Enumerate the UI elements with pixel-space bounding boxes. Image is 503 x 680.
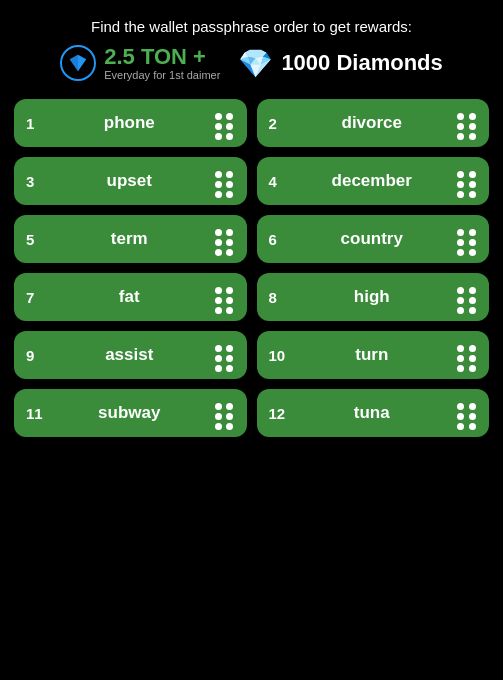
instruction-text: Find the wallet passphrase order to get … — [91, 18, 412, 35]
drag-icon — [457, 229, 477, 249]
card-number: 9 — [26, 347, 44, 364]
diamond-text: 1000 Diamonds — [281, 50, 442, 76]
ton-reward: 2.5 TON + Everyday for 1st daimer — [60, 45, 220, 81]
card-number: 12 — [269, 405, 287, 422]
ton-text-group: 2.5 TON + Everyday for 1st daimer — [104, 45, 220, 81]
card-number: 8 — [269, 289, 287, 306]
drag-icon — [457, 345, 477, 365]
card-number: 3 — [26, 173, 44, 190]
word-card-7[interactable]: 7 fat — [14, 273, 247, 321]
drag-icon — [457, 171, 477, 191]
word-card-10[interactable]: 10 turn — [257, 331, 490, 379]
ton-sub: Everyday for 1st daimer — [104, 69, 220, 81]
word-card-9[interactable]: 9 assist — [14, 331, 247, 379]
diamond-reward: 💎 1000 Diamonds — [238, 47, 442, 80]
card-number: 7 — [26, 289, 44, 306]
drag-icon — [215, 113, 235, 133]
reward-row: 2.5 TON + Everyday for 1st daimer 💎 1000… — [60, 45, 443, 81]
card-word: tuna — [287, 403, 458, 423]
drag-icon — [215, 403, 235, 423]
svg-marker-1 — [70, 55, 78, 72]
card-word: high — [287, 287, 458, 307]
card-word: december — [287, 171, 458, 191]
drag-icon — [215, 171, 235, 191]
drag-icon — [215, 345, 235, 365]
card-word: phone — [44, 113, 215, 133]
drag-icon — [457, 113, 477, 133]
card-word: upset — [44, 171, 215, 191]
card-word: term — [44, 229, 215, 249]
word-card-11[interactable]: 11 subway — [14, 389, 247, 437]
card-word: divorce — [287, 113, 458, 133]
word-card-3[interactable]: 3 upset — [14, 157, 247, 205]
word-card-2[interactable]: 2 divorce — [257, 99, 490, 147]
word-card-12[interactable]: 12 tuna — [257, 389, 490, 437]
card-number: 5 — [26, 231, 44, 248]
word-card-5[interactable]: 5 term — [14, 215, 247, 263]
drag-icon — [457, 287, 477, 307]
card-word: turn — [287, 345, 458, 365]
card-number: 2 — [269, 115, 287, 132]
card-word: country — [287, 229, 458, 249]
card-number: 10 — [269, 347, 287, 364]
word-card-1[interactable]: 1 phone — [14, 99, 247, 147]
card-number: 6 — [269, 231, 287, 248]
ton-icon — [60, 45, 96, 81]
word-card-4[interactable]: 4 december — [257, 157, 490, 205]
card-word: fat — [44, 287, 215, 307]
card-number: 4 — [269, 173, 287, 190]
drag-icon — [215, 287, 235, 307]
word-card-6[interactable]: 6 country — [257, 215, 490, 263]
diamond-icon: 💎 — [238, 47, 273, 80]
drag-icon — [215, 229, 235, 249]
card-number: 11 — [26, 405, 44, 422]
word-grid: 1 phone 2 divorce 3 upset 4 december 5 — [14, 99, 489, 437]
ton-amount: 2.5 TON + — [104, 45, 220, 69]
drag-icon — [457, 403, 477, 423]
card-word: assist — [44, 345, 215, 365]
card-word: subway — [44, 403, 215, 423]
card-number: 1 — [26, 115, 44, 132]
word-card-8[interactable]: 8 high — [257, 273, 490, 321]
